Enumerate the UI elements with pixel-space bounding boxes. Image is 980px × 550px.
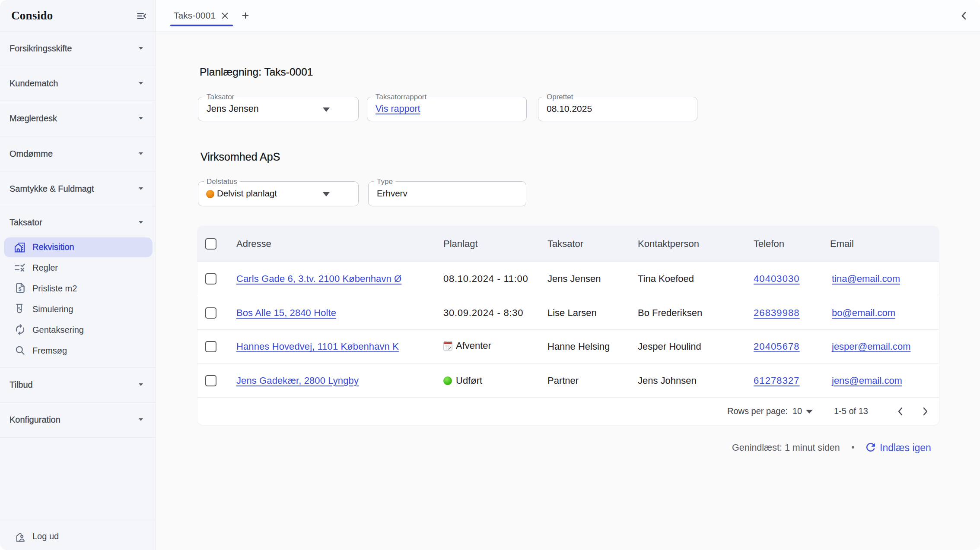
svg-text:$: $ [19, 286, 22, 292]
